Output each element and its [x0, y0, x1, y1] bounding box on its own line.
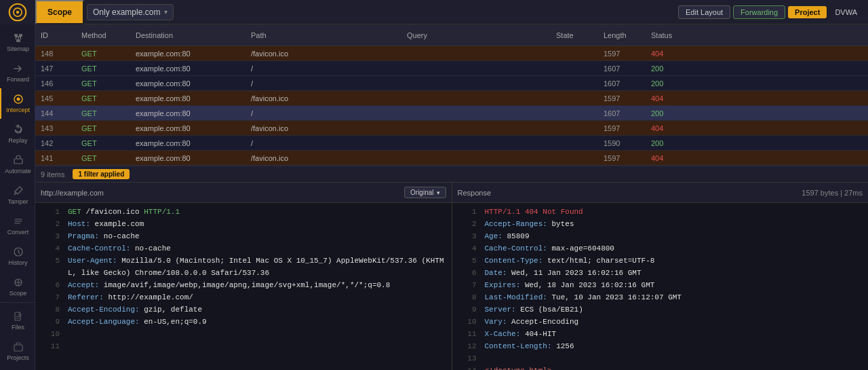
col-header-path: Path: [245, 31, 401, 39]
line-number: 5: [41, 255, 60, 267]
forwarding-button[interactable]: Forwarding: [733, 5, 785, 19]
cell-id: 143: [35, 124, 76, 132]
cell-method: GET: [76, 50, 130, 58]
cell-id: 141: [35, 154, 76, 162]
code-line: 6Date: Wed, 11 Jan 2023 16:02:16 GMT: [452, 267, 869, 279]
sidebar-item-intercept[interactable]: Intercept: [0, 88, 35, 119]
item-count: 9 items: [41, 170, 64, 179]
sidebar-label-forward: Forward: [7, 76, 29, 83]
cell-path: /: [245, 79, 401, 88]
line-number: 10: [41, 328, 60, 340]
sidebar-label-intercept: Intercept: [6, 107, 30, 113]
sidebar-label-history: History: [8, 259, 27, 266]
line-content: X-Cache: 404-HIT: [485, 328, 863, 340]
line-content: Host: example.com: [68, 218, 446, 230]
cell-status: 404: [646, 50, 693, 58]
cell-method: GET: [76, 79, 130, 88]
cell-id: 148: [35, 50, 76, 58]
main-layout: Sitemap Forward Intercept Replay: [0, 24, 868, 370]
sidebar-label-convert: Convert: [7, 229, 29, 236]
cell-status: 200: [646, 139, 693, 147]
table-section: ID Method Destination Path Query State L…: [35, 24, 868, 183]
code-line: 10Vary: Accept-Encoding: [452, 316, 869, 328]
line-content: Pragma: no-cache: [68, 230, 446, 242]
cell-id: 145: [35, 94, 76, 103]
line-number: 10: [458, 316, 477, 328]
filter-badge[interactable]: 1 filter applied: [73, 169, 130, 179]
sidebar-item-history[interactable]: History: [0, 241, 35, 272]
tab-scope[interactable]: Scope: [35, 0, 84, 24]
table-row[interactable]: 142 GET example.com:80 / 1590 200: [35, 136, 868, 151]
svg-point-11: [16, 98, 20, 101]
col-header-method: Method: [76, 31, 130, 39]
cell-dest: example.com:80: [130, 50, 245, 58]
cell-method: GET: [76, 94, 130, 103]
table-row[interactable]: 146 GET example.com:80 / 1607 200: [35, 76, 868, 91]
sidebar-item-automate[interactable]: Automate: [0, 149, 35, 180]
line-content: Referer: http://example.com/: [68, 291, 446, 303]
request-url: http://example.com: [41, 189, 399, 197]
code-line: 5Content-Type: text/html; charset=UTF-8: [452, 255, 869, 267]
sidebar-label-projects: Projects: [7, 354, 29, 361]
svg-point-2: [16, 10, 19, 13]
scope-selector[interactable]: Only example.com ▾: [87, 4, 174, 20]
sidebar-label-automate: Automate: [5, 168, 31, 174]
sidebar-item-settings[interactable]: Settings: [0, 367, 35, 370]
sidebar-label-sitemap: Sitemap: [7, 45, 29, 52]
line-number: 2: [458, 218, 477, 230]
code-line: 9Server: ECS (bsa/EB21): [452, 303, 869, 316]
table-row[interactable]: 145 GET example.com:80 /favicon.ico 1597…: [35, 91, 868, 106]
svg-rect-18: [14, 345, 22, 351]
cell-length: 1597: [598, 124, 646, 132]
sidebar-item-scope[interactable]: Scope: [0, 272, 35, 302]
sidebar-item-replay[interactable]: Replay: [0, 119, 35, 149]
sidebar-item-convert[interactable]: Convert: [0, 210, 35, 241]
code-line: 1GET /favicon.ico HTTP/1.1: [35, 206, 452, 218]
sidebar-item-forward[interactable]: Forward: [0, 58, 35, 88]
cell-length: 1597: [598, 50, 646, 58]
project-button[interactable]: Project: [788, 6, 827, 18]
line-content: HTTP/1.1 404 Not Found: [485, 206, 863, 218]
code-line: 4Cache-Control: max-age=604800: [452, 242, 869, 255]
code-line: 7Expires: Wed, 18 Jan 2023 16:02:16 GMT: [452, 279, 869, 291]
edit-layout-button[interactable]: Edit Layout: [678, 5, 730, 19]
sidebar-item-projects[interactable]: Projects: [0, 336, 35, 367]
code-line: 1HTTP/1.1 404 Not Found: [452, 206, 869, 218]
line-content: Content-Length: 1256: [485, 340, 863, 352]
sidebar-item-sitemap[interactable]: Sitemap: [0, 27, 35, 58]
sidebar-item-tamper[interactable]: Tamper: [0, 180, 35, 210]
dvwa-button[interactable]: DVWA: [829, 6, 863, 18]
line-content: Accept-Language: en-US,en;q=0.9: [68, 316, 446, 328]
table-row[interactable]: 143 GET example.com:80 /favicon.ico 1597…: [35, 121, 868, 136]
sidebar-item-files[interactable]: Files: [0, 306, 35, 336]
line-number: 11: [41, 340, 60, 352]
table-row[interactable]: 148 GET example.com:80 /favicon.ico 1597…: [35, 46, 868, 61]
sidebar-label-scope: Scope: [9, 290, 27, 297]
line-content: Cache-Control: max-age=604800: [485, 242, 863, 255]
cell-length: 1607: [598, 109, 646, 117]
table-row[interactable]: 147 GET example.com:80 / 1607 200: [35, 61, 868, 76]
request-panel-header: http://example.com Original ▾: [35, 183, 452, 203]
cell-dest: example.com:80: [130, 109, 245, 117]
content-area: ID Method Destination Path Query State L…: [35, 24, 868, 370]
scope-selector-label: Only example.com: [93, 7, 160, 17]
svg-rect-12: [14, 159, 22, 164]
col-header-status: Status: [646, 31, 693, 39]
original-button[interactable]: Original ▾: [404, 187, 446, 198]
cell-dest: example.com:80: [130, 124, 245, 132]
table-row[interactable]: 144 GET example.com:80 / 1607 200: [35, 106, 868, 121]
line-number: 5: [458, 255, 477, 267]
response-title: Response: [458, 189, 802, 197]
cell-id: 147: [35, 64, 76, 73]
cell-dest: example.com:80: [130, 94, 245, 103]
code-line: 13: [452, 352, 869, 365]
table-row[interactable]: 141 GET example.com:80 /favicon.ico 1597…: [35, 151, 868, 166]
cell-path: /favicon.ico: [245, 124, 401, 132]
line-content: <!doctype html>: [485, 365, 863, 370]
col-header-length: Length: [598, 31, 646, 39]
table-body[interactable]: 148 GET example.com:80 /favicon.ico 1597…: [35, 46, 868, 166]
top-bar-right: Edit Layout Forwarding Project DVWA: [678, 5, 868, 19]
cell-path: /: [245, 109, 401, 117]
line-content: Content-Type: text/html; charset=UTF-8: [485, 255, 863, 267]
code-line: 2Host: example.com: [35, 218, 452, 230]
